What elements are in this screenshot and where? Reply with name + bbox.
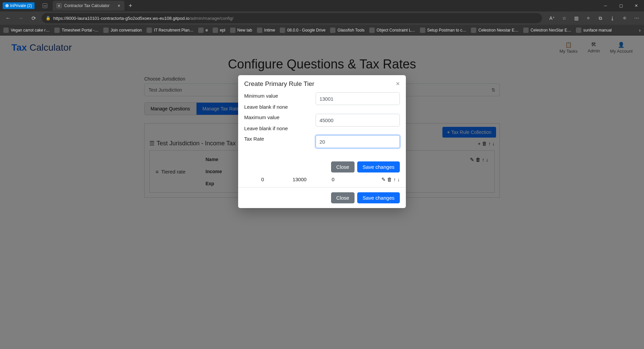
bookmark-icon	[54, 28, 60, 33]
bookmark-icon	[280, 28, 285, 33]
minimize-button[interactable]: ─	[598, 0, 613, 11]
inprivate-badge[interactable]: InPrivate (2)	[3, 2, 35, 9]
page-icon: 🗎	[57, 3, 61, 8]
menu-icon[interactable]: ⋯	[633, 14, 641, 22]
tab-strip: ▭ 🗎 Contractor Tax Calculator × +	[39, 1, 135, 11]
bookmark-item[interactable]: sunface manual	[576, 28, 612, 33]
bookmark-item[interactable]: 08.0.0 - Google Drive	[280, 28, 325, 33]
collections-icon: ▭	[43, 3, 47, 8]
save-changes-button[interactable]: Save changes	[357, 192, 400, 203]
close-button-upper[interactable]: Close	[331, 161, 355, 172]
collections-bar-icon[interactable]: ⧉	[596, 14, 604, 22]
url-path: /admin/manage/config/	[189, 16, 233, 21]
browser-tab-active[interactable]: 🗎 Contractor Tax Calculator ×	[53, 1, 124, 11]
tier-max: 13000	[281, 177, 318, 182]
max-value-label: Maximum value	[244, 114, 316, 120]
new-tab-button[interactable]: +	[126, 1, 135, 10]
browser-tab-collections[interactable]: ▭	[39, 1, 51, 11]
tax-rate-input[interactable]	[316, 135, 400, 148]
max-value-hint: Leave blank if none	[244, 126, 316, 131]
bookmark-icon	[103, 28, 109, 33]
bookmark-icon	[330, 28, 335, 33]
bookmark-icon	[471, 28, 476, 33]
bookmark-item[interactable]: Vegan carrot cake r…	[3, 28, 50, 33]
maximize-button[interactable]: ▢	[613, 0, 629, 11]
min-value-input[interactable]	[316, 92, 400, 105]
window-controls: ─ ▢ ✕	[598, 0, 644, 11]
browser-toolbar: ← → ⟳ 🔒 https://8000-laura10101-contract…	[0, 11, 644, 25]
refresh-button[interactable]: ⟳	[29, 13, 38, 23]
tier-min: 0	[244, 177, 281, 182]
favorite-icon[interactable]: ☆	[560, 14, 568, 22]
bookmark-icon	[523, 28, 529, 33]
bookmark-icon	[230, 28, 235, 33]
tier-rate: 0	[318, 177, 348, 182]
forward-button[interactable]: →	[16, 13, 25, 23]
browser-titlebar: InPrivate (2) ▭ 🗎 Contractor Tax Calcula…	[0, 0, 644, 11]
edit-icon[interactable]: ✎	[381, 177, 386, 183]
bookmark-item[interactable]: Celestron NexStar E…	[523, 28, 571, 33]
bookmark-icon	[198, 28, 204, 33]
save-changes-button-upper[interactable]: Save changes	[357, 161, 400, 172]
tax-rate-label: Tax Rate	[244, 136, 316, 142]
bookmarks-overflow[interactable]: ›	[639, 28, 641, 33]
split-icon[interactable]: ▥	[572, 14, 580, 22]
bookmark-icon	[369, 28, 375, 33]
bookmark-item[interactable]: Timesheet Portal -…	[54, 28, 99, 33]
max-value-input[interactable]	[316, 114, 400, 127]
existing-tier-row: 0 13000 0 ✎ 🗑 ↑ ↓	[238, 177, 406, 187]
bookmark-icon	[213, 28, 218, 33]
modal-close-button[interactable]: ×	[396, 80, 400, 88]
bookmark-icon	[576, 28, 581, 33]
close-icon[interactable]: ×	[118, 3, 120, 8]
modal-title: Create Primary Rule Tier	[244, 80, 314, 88]
move-up-icon[interactable]: ↑	[393, 177, 396, 183]
bookmark-item[interactable]: IT Recruitment Plan…	[147, 28, 194, 33]
back-button[interactable]: ←	[3, 13, 13, 23]
url-host: https://8000-laura10101-contractorta-g5o…	[53, 16, 189, 21]
bookmark-item[interactable]: Setup Postman to c…	[420, 28, 467, 33]
bookmark-item[interactable]: Object Constraint L…	[369, 28, 415, 33]
favorites-bar-icon[interactable]: ✧	[584, 14, 592, 22]
bookmark-icon	[420, 28, 425, 33]
bookmark-item[interactable]: Intime	[257, 28, 275, 33]
extensions-icon[interactable]: ⚛	[621, 14, 629, 22]
min-value-label: Minimum value	[244, 93, 316, 99]
inprivate-label: InPrivate (2)	[10, 3, 32, 8]
lock-icon: 🔒	[46, 16, 51, 20]
tab-title: Contractor Tax Calculator	[64, 3, 109, 8]
downloads-icon[interactable]: ⭳	[608, 14, 616, 22]
bookmarks-bar: Vegan carrot cake r… Timesheet Portal -……	[0, 25, 644, 36]
move-down-icon[interactable]: ↓	[397, 177, 400, 183]
bookmark-item[interactable]: e	[198, 28, 208, 33]
bookmark-icon	[147, 28, 152, 33]
bookmark-icon	[257, 28, 262, 33]
bookmark-item[interactable]: epl	[213, 28, 225, 33]
bookmark-icon	[3, 28, 9, 33]
create-primary-rule-tier-modal: Create Primary Rule Tier × Minimum value…	[238, 75, 406, 208]
delete-icon[interactable]: 🗑	[387, 177, 392, 183]
bookmark-item[interactable]: Glassfish Tools	[330, 28, 364, 33]
address-bar[interactable]: 🔒 https://8000-laura10101-contractorta-g…	[42, 13, 542, 23]
bookmark-item[interactable]: Join conversation	[103, 28, 142, 33]
read-aloud-icon[interactable]: A⁺	[548, 14, 556, 22]
bookmark-item[interactable]: Celestron Nexstar E…	[471, 28, 518, 33]
close-window-button[interactable]: ✕	[629, 0, 644, 11]
close-button[interactable]: Close	[331, 192, 355, 203]
min-value-hint: Leave blank if none	[244, 104, 316, 110]
bookmark-item[interactable]: New tab	[230, 28, 252, 33]
